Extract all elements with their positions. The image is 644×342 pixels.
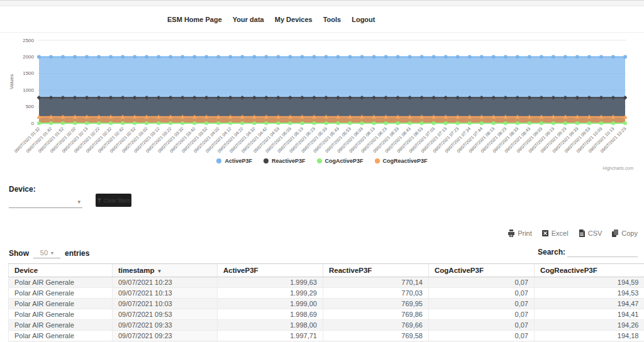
device-select[interactable]: ▾ — [9, 196, 82, 208]
column-header-device[interactable]: Device — [9, 264, 113, 277]
legend-label: ReactiveP3F — [272, 158, 306, 164]
export-button-label: CSV — [588, 229, 602, 237]
cell-reactivep3f: 770,14 — [323, 277, 429, 288]
nav-item-my-devices[interactable]: My Devices — [275, 16, 313, 23]
cell-cogactivep3f: 0,07 — [429, 331, 535, 341]
column-header-timestamp[interactable]: timestamp▼ — [113, 264, 218, 277]
csv-icon — [578, 229, 586, 237]
highcharts-credit[interactable]: Highcharts.com — [602, 166, 633, 170]
svg-text:1500: 1500 — [23, 70, 34, 76]
print-export-button[interactable]: Print — [508, 229, 532, 237]
cell-device: Polar AIR Generale — [9, 309, 113, 320]
export-toolbar: PrintExcelCSVCopy — [508, 229, 638, 237]
cell-timestamp: 09/07/2021 09:33 — [113, 320, 218, 331]
svg-text:2500: 2500 — [23, 38, 34, 43]
clear-filters-button[interactable]: Clear filters — [96, 194, 131, 207]
main-nav: ESM Home PageYour dataMy DevicesToolsLog… — [0, 6, 644, 33]
legend-label: ActiveP3F — [225, 158, 252, 164]
excel-icon — [541, 229, 549, 237]
legend-item-reactivep3f[interactable]: ReactiveP3F — [264, 158, 306, 164]
legend-label: CogActiveP3F — [325, 158, 364, 164]
cell-cogactivep3f: 0,07 — [429, 299, 535, 309]
cell-activep3f: 1.999,29 — [218, 288, 323, 299]
page-length-select[interactable]: 50 ▾ — [33, 248, 60, 258]
chart-legend: ActiveP3FReactiveP3FCogActiveP3FCogReact… — [0, 158, 644, 164]
legend-marker-icon — [216, 158, 221, 163]
cell-activep3f: 1.998,00 — [218, 320, 323, 331]
cell-device: Polar AIR Generale — [9, 299, 113, 309]
cell-cogreactivep3f: 194,18 — [535, 331, 644, 341]
export-button-label: Print — [518, 229, 532, 237]
cell-reactivep3f: 769,58 — [323, 331, 429, 341]
cell-timestamp: 09/07/2021 09:23 — [113, 331, 218, 341]
cell-cogactivep3f: 0,07 — [429, 288, 535, 299]
table-body: Polar AIR Generale09/07/2021 10:231.999,… — [9, 277, 644, 342]
copy-icon — [611, 229, 619, 237]
series-area-cogreactivep3f — [39, 117, 625, 123]
top-strip — [0, 0, 644, 6]
table-row[interactable]: Polar AIR Generale09/07/2021 10:031.999,… — [9, 299, 644, 309]
nav-item-logout[interactable]: Logout — [352, 16, 375, 23]
cell-cogreactivep3f: 194,41 — [535, 309, 644, 320]
svg-text:2000: 2000 — [23, 54, 34, 60]
table-row[interactable]: Polar AIR Generale09/07/2021 10:131.999,… — [9, 288, 644, 299]
cell-device: Polar AIR Generale — [9, 331, 113, 341]
legend-label: CogReactiveP3F — [383, 158, 428, 164]
cell-activep3f: 1.999,63 — [218, 277, 323, 288]
data-table: Devicetimestamp▼ActiveP3FReactiveP3FCogA… — [8, 263, 644, 342]
svg-text:1000: 1000 — [23, 87, 34, 93]
cell-cogreactivep3f: 194,59 — [535, 277, 644, 288]
table-row[interactable]: Polar AIR Generale09/07/2021 09:331.998,… — [9, 320, 644, 331]
nav-item-esm-home-page[interactable]: ESM Home Page — [167, 16, 222, 23]
legend-marker-icon — [317, 158, 322, 163]
data-table-wrap: Devicetimestamp▼ActiveP3FReactiveP3FCogA… — [8, 263, 644, 342]
cell-cogreactivep3f: 194,47 — [535, 299, 644, 309]
column-header-activep3f[interactable]: ActiveP3F — [218, 264, 323, 277]
column-header-cogreactivep3f[interactable]: CogReactiveP3F — [535, 264, 644, 277]
table-row[interactable]: Polar AIR Generale09/07/2021 09:531.998,… — [9, 309, 644, 320]
legend-item-cogactivep3f[interactable]: CogActiveP3F — [317, 158, 364, 164]
excel-export-button[interactable]: Excel — [541, 229, 569, 237]
cell-device: Polar AIR Generale — [9, 288, 113, 299]
page-length-value: 50 — [40, 249, 48, 256]
svg-text:0: 0 — [31, 121, 35, 126]
cell-cogactivep3f: 0,07 — [429, 320, 535, 331]
legend-marker-icon — [375, 158, 380, 163]
cell-activep3f: 1.997,71 — [218, 331, 323, 341]
cell-reactivep3f: 769,86 — [323, 309, 429, 320]
search-label: Search: — [538, 248, 565, 257]
svg-text:500: 500 — [26, 104, 35, 109]
cell-activep3f: 1.999,00 — [218, 299, 323, 309]
column-header-cogactivep3f[interactable]: CogActiveP3F — [429, 264, 535, 277]
table-row[interactable]: Polar AIR Generale09/07/2021 09:231.997,… — [9, 331, 644, 341]
entries-label: entries — [65, 249, 89, 258]
table-search: Search: — [538, 247, 638, 257]
nav-item-tools[interactable]: Tools — [323, 16, 341, 23]
table-row[interactable]: Polar AIR Generale09/07/2021 10:231.999,… — [9, 277, 644, 288]
csv-export-button[interactable]: CSV — [578, 229, 602, 237]
printer-icon — [508, 229, 515, 237]
device-filter-label: Device: — [9, 185, 36, 194]
clear-filters-label: Clear filters — [104, 197, 131, 204]
cell-timestamp: 09/07/2021 10:13 — [113, 288, 218, 299]
page-length-control: Show 50 ▾ entries — [9, 248, 89, 258]
chevron-down-icon: ▾ — [51, 250, 53, 256]
page: ESM Home PageYour dataMy DevicesToolsLog… — [0, 0, 644, 342]
cell-cogactivep3f: 0,07 — [429, 277, 535, 288]
cell-timestamp: 09/07/2021 09:53 — [113, 309, 218, 320]
legend-item-cogreactivep3f[interactable]: CogReactiveP3F — [375, 158, 428, 164]
cell-reactivep3f: 770,03 — [323, 288, 429, 299]
table-header-row: Devicetimestamp▼ActiveP3FReactiveP3FCogA… — [9, 264, 644, 277]
legend-marker-icon — [264, 158, 269, 163]
filter-funnel-icon — [97, 198, 102, 203]
nav-item-your-data[interactable]: Your data — [233, 16, 264, 23]
cell-device: Polar AIR Generale — [9, 277, 113, 288]
cell-activep3f: 1.998,69 — [218, 309, 323, 320]
copy-export-button[interactable]: Copy — [611, 229, 638, 237]
cell-device: Polar AIR Generale — [9, 320, 113, 331]
search-input[interactable] — [567, 247, 638, 257]
legend-item-activep3f[interactable]: ActiveP3F — [216, 158, 252, 164]
svg-text:Values: Values — [9, 74, 14, 89]
column-header-reactivep3f[interactable]: ReactiveP3F — [323, 264, 429, 277]
cell-cogreactivep3f: 194,26 — [535, 320, 644, 331]
